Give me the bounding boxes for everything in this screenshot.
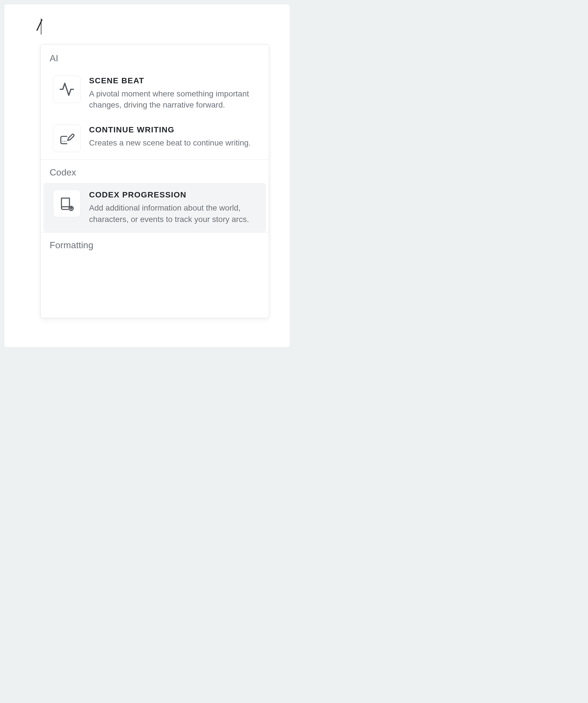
svg-point-1: [64, 141, 65, 142]
menu-item-description: Add additional information about the wor…: [89, 202, 258, 225]
menu-section-label: Formatting: [50, 240, 93, 250]
slash-command-menu-scroll[interactable]: AI SCENE BEAT A pivotal moment where som…: [41, 45, 269, 318]
menu-section-header-formatting: Formatting: [41, 233, 269, 256]
menu-item-title: SCENE BEAT: [89, 76, 258, 85]
menu-item-description: A pivotal moment where something importa…: [89, 88, 258, 110]
menu-item-text: CODEX PROGRESSION Add additional informa…: [89, 190, 258, 225]
menu-section-label: Codex: [50, 167, 76, 177]
menu-section-label: AI: [50, 53, 58, 63]
continue-writing-icon: [53, 125, 80, 152]
menu-overflow-spacer: [41, 256, 269, 290]
editor-page: / AI SCENE BEAT A pivotal moment whe: [4, 4, 290, 347]
menu-item-continue-writing[interactable]: CONTINUE WRITING Creates a new scene bea…: [44, 118, 266, 159]
menu-item-text: CONTINUE WRITING Creates a new scene bea…: [89, 125, 258, 148]
menu-item-title: CONTINUE WRITING: [89, 125, 258, 134]
activity-icon: [53, 76, 80, 103]
menu-item-text: SCENE BEAT A pivotal moment where someth…: [89, 76, 258, 110]
text-caret: [41, 18, 42, 34]
menu-section-header-ai: AI: [41, 45, 269, 69]
menu-item-codex-progression[interactable]: CODEX PROGRESSION Add additional informa…: [44, 183, 266, 232]
menu-item-scene-beat[interactable]: SCENE BEAT A pivotal moment where someth…: [44, 69, 266, 118]
codex-progression-icon: [53, 190, 80, 217]
svg-point-2: [66, 141, 67, 142]
menu-item-description: Creates a new scene beat to continue wri…: [89, 137, 258, 148]
editor-input-line[interactable]: /: [37, 17, 42, 33]
menu-item-title: CODEX PROGRESSION: [89, 190, 258, 200]
slash-command-menu: AI SCENE BEAT A pivotal moment where som…: [40, 44, 269, 318]
svg-point-0: [63, 141, 63, 142]
menu-section-header-codex: Codex: [41, 160, 269, 183]
